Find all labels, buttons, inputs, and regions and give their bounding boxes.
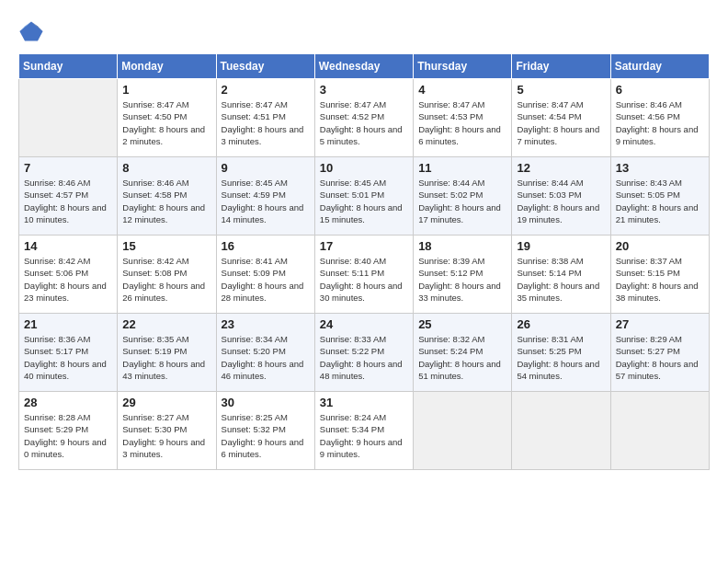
calendar-cell: 7Sunrise: 8:46 AMSunset: 4:57 PMDaylight…: [19, 157, 118, 236]
weekday-header-sunday: Sunday: [19, 54, 118, 79]
day-number: 25: [418, 317, 506, 331]
day-number: 12: [517, 161, 605, 175]
calendar-cell: 21Sunrise: 8:36 AMSunset: 5:17 PMDayligh…: [19, 314, 118, 392]
calendar-week-5: 28Sunrise: 8:28 AMSunset: 5:29 PMDayligh…: [19, 392, 710, 470]
calendar-cell: 23Sunrise: 8:34 AMSunset: 5:20 PMDayligh…: [216, 314, 314, 392]
day-info: Sunrise: 8:36 AMSunset: 5:17 PMDaylight:…: [24, 333, 112, 382]
day-info: Sunrise: 8:45 AMSunset: 4:59 PMDaylight:…: [222, 177, 310, 225]
day-info: Sunrise: 8:43 AMSunset: 5:05 PMDaylight:…: [616, 177, 704, 225]
calendar-cell: 15Sunrise: 8:42 AMSunset: 5:08 PMDayligh…: [118, 236, 216, 314]
day-number: 19: [517, 239, 605, 253]
weekday-header-wednesday: Wednesday: [314, 54, 413, 79]
day-number: 29: [122, 396, 210, 409]
calendar-cell: [414, 392, 512, 470]
calendar-cell: 14Sunrise: 8:42 AMSunset: 5:06 PMDayligh…: [19, 236, 118, 314]
day-number: 6: [616, 83, 704, 97]
day-number: 17: [320, 239, 408, 253]
day-number: 14: [24, 239, 112, 253]
calendar-table: SundayMondayTuesdayWednesdayThursdayFrid…: [18, 53, 710, 470]
day-number: 20: [616, 239, 704, 253]
day-info: Sunrise: 8:44 AMSunset: 5:03 PMDaylight:…: [517, 177, 605, 225]
svg-marker-0: [19, 22, 42, 41]
weekday-header-saturday: Saturday: [610, 54, 709, 79]
day-info: Sunrise: 8:34 AMSunset: 5:20 PMDaylight:…: [222, 333, 310, 382]
day-info: Sunrise: 8:47 AMSunset: 4:50 PMDaylight:…: [122, 98, 210, 147]
day-info: Sunrise: 8:42 AMSunset: 5:08 PMDaylight:…: [122, 255, 210, 304]
day-number: 18: [418, 239, 506, 253]
calendar-week-4: 21Sunrise: 8:36 AMSunset: 5:17 PMDayligh…: [19, 314, 710, 392]
day-number: 7: [24, 161, 112, 175]
day-number: 22: [122, 317, 210, 331]
day-number: 24: [320, 317, 408, 331]
day-number: 21: [24, 317, 112, 331]
calendar-cell: 11Sunrise: 8:44 AMSunset: 5:02 PMDayligh…: [414, 157, 512, 236]
day-info: Sunrise: 8:25 AMSunset: 5:32 PMDaylight:…: [222, 411, 310, 460]
weekday-header-row: SundayMondayTuesdayWednesdayThursdayFrid…: [19, 54, 710, 79]
calendar-cell: 19Sunrise: 8:38 AMSunset: 5:14 PMDayligh…: [512, 236, 610, 314]
calendar-cell: 22Sunrise: 8:35 AMSunset: 5:19 PMDayligh…: [118, 314, 216, 392]
day-number: 4: [418, 83, 506, 97]
calendar-cell: 13Sunrise: 8:43 AMSunset: 5:05 PMDayligh…: [610, 157, 709, 236]
day-number: 9: [222, 161, 310, 175]
day-info: Sunrise: 8:29 AMSunset: 5:27 PMDaylight:…: [616, 333, 704, 382]
day-info: Sunrise: 8:28 AMSunset: 5:29 PMDaylight:…: [24, 411, 112, 460]
day-info: Sunrise: 8:32 AMSunset: 5:24 PMDaylight:…: [418, 333, 506, 382]
weekday-header-thursday: Thursday: [414, 54, 512, 79]
day-info: Sunrise: 8:46 AMSunset: 4:56 PMDaylight:…: [616, 98, 704, 147]
calendar-cell: 31Sunrise: 8:24 AMSunset: 5:34 PMDayligh…: [314, 392, 413, 470]
day-info: Sunrise: 8:37 AMSunset: 5:15 PMDaylight:…: [616, 255, 704, 304]
day-number: 16: [222, 239, 310, 253]
calendar-cell: 16Sunrise: 8:41 AMSunset: 5:09 PMDayligh…: [216, 236, 314, 314]
day-number: 23: [222, 317, 310, 331]
logo: [18, 18, 48, 44]
calendar-cell: 20Sunrise: 8:37 AMSunset: 5:15 PMDayligh…: [610, 236, 709, 314]
calendar-cell: 6Sunrise: 8:46 AMSunset: 4:56 PMDaylight…: [610, 79, 709, 157]
day-number: 10: [320, 161, 408, 175]
day-number: 26: [517, 317, 605, 331]
day-number: 1: [122, 83, 210, 97]
day-info: Sunrise: 8:47 AMSunset: 4:51 PMDaylight:…: [222, 98, 310, 147]
calendar-week-3: 14Sunrise: 8:42 AMSunset: 5:06 PMDayligh…: [19, 236, 710, 314]
day-info: Sunrise: 8:46 AMSunset: 4:58 PMDaylight:…: [122, 177, 210, 225]
day-number: 15: [122, 239, 210, 253]
day-info: Sunrise: 8:47 AMSunset: 4:52 PMDaylight:…: [320, 98, 408, 147]
weekday-header-tuesday: Tuesday: [216, 54, 314, 79]
calendar-cell: 3Sunrise: 8:47 AMSunset: 4:52 PMDaylight…: [314, 79, 413, 157]
day-info: Sunrise: 8:35 AMSunset: 5:19 PMDaylight:…: [122, 333, 210, 382]
logo-icon: [18, 18, 44, 44]
day-info: Sunrise: 8:45 AMSunset: 5:01 PMDaylight:…: [320, 177, 408, 225]
calendar-cell: 17Sunrise: 8:40 AMSunset: 5:11 PMDayligh…: [314, 236, 413, 314]
day-number: 2: [222, 83, 310, 97]
calendar-cell: 9Sunrise: 8:45 AMSunset: 4:59 PMDaylight…: [216, 157, 314, 236]
calendar-cell: 4Sunrise: 8:47 AMSunset: 4:53 PMDaylight…: [414, 79, 512, 157]
page-header: [18, 18, 710, 44]
day-info: Sunrise: 8:41 AMSunset: 5:09 PMDaylight:…: [222, 255, 310, 304]
calendar-cell: [512, 392, 610, 470]
calendar-cell: 1Sunrise: 8:47 AMSunset: 4:50 PMDaylight…: [118, 79, 216, 157]
day-number: 8: [122, 161, 210, 175]
calendar-cell: [610, 392, 709, 470]
day-number: 3: [320, 83, 408, 97]
day-info: Sunrise: 8:24 AMSunset: 5:34 PMDaylight:…: [320, 411, 408, 460]
calendar-cell: 8Sunrise: 8:46 AMSunset: 4:58 PMDaylight…: [118, 157, 216, 236]
calendar-week-1: 1Sunrise: 8:47 AMSunset: 4:50 PMDaylight…: [19, 79, 710, 157]
day-info: Sunrise: 8:33 AMSunset: 5:22 PMDaylight:…: [320, 333, 408, 382]
calendar-cell: 24Sunrise: 8:33 AMSunset: 5:22 PMDayligh…: [314, 314, 413, 392]
day-info: Sunrise: 8:31 AMSunset: 5:25 PMDaylight:…: [517, 333, 605, 382]
calendar-cell: [19, 79, 118, 157]
day-info: Sunrise: 8:38 AMSunset: 5:14 PMDaylight:…: [517, 255, 605, 304]
day-number: 11: [418, 161, 506, 175]
calendar-week-2: 7Sunrise: 8:46 AMSunset: 4:57 PMDaylight…: [19, 157, 710, 236]
calendar-cell: 28Sunrise: 8:28 AMSunset: 5:29 PMDayligh…: [19, 392, 118, 470]
day-number: 27: [616, 317, 704, 331]
calendar-cell: 29Sunrise: 8:27 AMSunset: 5:30 PMDayligh…: [118, 392, 216, 470]
day-number: 31: [320, 396, 408, 409]
calendar-cell: 10Sunrise: 8:45 AMSunset: 5:01 PMDayligh…: [314, 157, 413, 236]
weekday-header-monday: Monday: [118, 54, 216, 79]
day-number: 28: [24, 396, 112, 409]
calendar-cell: 26Sunrise: 8:31 AMSunset: 5:25 PMDayligh…: [512, 314, 610, 392]
calendar-cell: 5Sunrise: 8:47 AMSunset: 4:54 PMDaylight…: [512, 79, 610, 157]
day-number: 5: [517, 83, 605, 97]
calendar-cell: 12Sunrise: 8:44 AMSunset: 5:03 PMDayligh…: [512, 157, 610, 236]
day-info: Sunrise: 8:46 AMSunset: 4:57 PMDaylight:…: [24, 177, 112, 225]
